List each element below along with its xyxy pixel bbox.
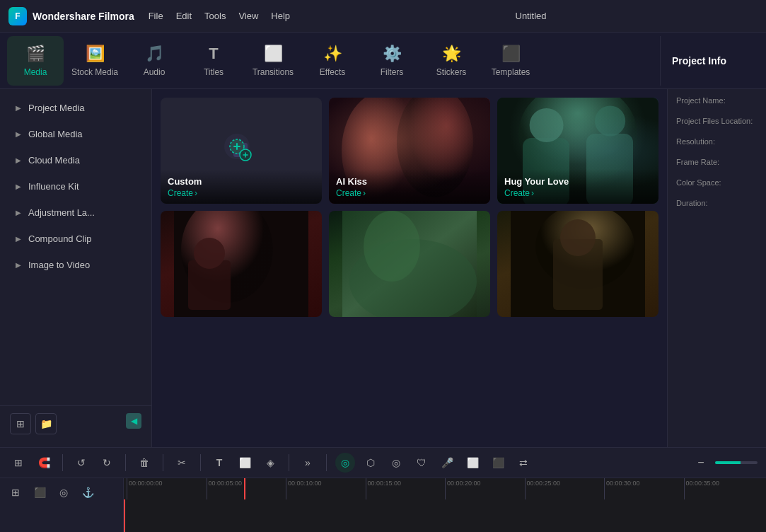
ai-kiss-link[interactable]: Create › <box>336 188 483 198</box>
sidebar-toggle-btn[interactable]: ◀ <box>126 413 141 429</box>
tab-titles[interactable]: T Titles <box>185 36 242 86</box>
sidebar-item-cloud-media[interactable]: ▶ Cloud Media <box>4 148 147 173</box>
media-card-row2-2[interactable] <box>329 211 490 317</box>
media-grid: Custom Create › <box>161 98 658 317</box>
toolbar-separator-5 <box>289 454 289 471</box>
resolution-row: Resolution: <box>676 137 758 148</box>
tab-templates[interactable]: ⬛ Templates <box>482 36 539 86</box>
card2-2-svg <box>329 211 490 317</box>
timeline-cut-btn[interactable]: ✂ <box>172 453 192 473</box>
zoom-out-btn[interactable]: − <box>691 453 711 473</box>
timeline-mic-btn[interactable]: 🎤 <box>437 453 457 473</box>
toolbar-separator-6 <box>326 454 327 471</box>
sidebar-label-global-media: Global Media <box>28 129 83 139</box>
tab-stock-media[interactable]: 🖼️ Stock Media <box>66 36 123 86</box>
tab-effects-label: Effects <box>320 67 345 77</box>
chevron-icon: ▶ <box>16 130 21 138</box>
timeline-redo-btn[interactable]: ↻ <box>97 453 117 473</box>
tab-stickers[interactable]: 🌟 Stickers <box>423 36 480 86</box>
timeline-magnet-btn[interactable]: 🧲 <box>34 453 54 473</box>
timeline-speed-btn[interactable]: » <box>298 453 318 473</box>
sidebar-item-adjustment-la[interactable]: ▶ Adjustment La... <box>4 200 147 225</box>
top-bar: F Wondershare Filmora File Edit Tools Vi… <box>0 0 766 33</box>
sidebar-item-image-to-video[interactable]: ▶ Image to Video <box>4 253 147 277</box>
app-logo: F Wondershare Filmora <box>8 7 134 25</box>
hug-link[interactable]: Create › <box>504 188 651 198</box>
timeline-crop-btn[interactable]: ⬜ <box>235 453 255 473</box>
timeline-shield-btn[interactable]: 🛡 <box>412 453 431 473</box>
timeline-delete-btn[interactable]: 🗑 <box>134 453 154 473</box>
add-track-btn[interactable]: ⊞ <box>6 482 25 502</box>
templates-icon: ⬛ <box>501 45 521 63</box>
media-card-row2-1[interactable] <box>161 211 322 317</box>
sidebar-item-global-media[interactable]: ▶ Global Media <box>4 122 147 146</box>
audio-icon: 🎵 <box>145 45 164 63</box>
custom-card-overlay: Custom Create › <box>161 169 322 204</box>
toolbar-separator-4 <box>200 454 201 471</box>
timeline-captions-btn[interactable]: ⬜ <box>463 453 482 473</box>
chevron-icon: ▶ <box>16 183 21 190</box>
timeline-text-btn[interactable]: T <box>209 453 229 473</box>
color-space-label: Color Space: <box>676 178 758 187</box>
sidebar-item-compound-clip[interactable]: ▶ Compound Clip <box>4 226 147 251</box>
timeline-scene-btn[interactable]: ⬛ <box>488 453 508 473</box>
sidebar-label-image-to-video: Image to Video <box>28 260 90 270</box>
timeline-toolbar: ⊞ 🧲 ↺ ↻ 🗑 ✂ T ⬜ ◈ » ◎ ⬡ ◎ 🛡 🎤 ⬜ ⬛ ⇄ − <box>0 448 766 478</box>
tab-effects[interactable]: ✨ Effects <box>304 36 361 86</box>
sidebar-item-influence-kit[interactable]: ▶ Influence Kit <box>4 174 147 199</box>
stickers-icon: 🌟 <box>442 45 461 63</box>
window-title: Untitled <box>304 11 758 21</box>
track-layout-btn[interactable]: ⬛ <box>30 482 50 502</box>
duration-row: Duration: <box>676 199 758 209</box>
duration-label: Duration: <box>676 199 758 207</box>
ai-kiss-overlay: AI Kiss Create › <box>329 169 490 204</box>
ruler-mark-7: 00:00:35:00 <box>684 478 764 499</box>
media-card-row2-3[interactable] <box>497 211 658 317</box>
timeline-swap-btn[interactable]: ⇄ <box>513 453 533 473</box>
svg-point-19 <box>364 211 420 282</box>
ruler-mark-0: 00:00:00:00 <box>127 478 207 499</box>
effects-icon: ✨ <box>323 45 342 63</box>
timeline-mask-btn[interactable]: ◈ <box>260 453 280 473</box>
folder-btn[interactable]: 📁 <box>35 413 57 434</box>
content-area: Custom Create › <box>152 89 667 447</box>
right-panel: Project Name: Project Files Location: Re… <box>667 89 766 447</box>
tab-audio[interactable]: 🎵 Audio <box>126 36 182 86</box>
ai-kiss-title: AI Kiss <box>336 176 483 187</box>
tab-media[interactable]: 🎬 Media <box>7 36 64 86</box>
chevron-icon: ▶ <box>16 261 21 269</box>
timeline-ruler: 00:00:00:00 00:00:05:00 00:00:10:00 00:0… <box>124 478 766 499</box>
card2-1-image <box>161 211 322 317</box>
zoom-slider[interactable] <box>715 461 758 464</box>
project-info-tab[interactable]: Project Info <box>660 36 759 86</box>
timeline-playhead[interactable] <box>244 478 245 499</box>
timeline-layout-btn[interactable]: ⊞ <box>8 453 28 473</box>
zoom-controls: − <box>691 453 758 473</box>
menu-edit[interactable]: Edit <box>176 11 192 21</box>
timeline-clip-btn[interactable]: ⬡ <box>361 453 381 473</box>
tab-filters[interactable]: ⚙️ Filters <box>364 36 420 86</box>
ruler-mark-4: 00:00:20:00 <box>445 478 525 499</box>
menu-help[interactable]: Help <box>271 11 290 21</box>
media-icon: 🎬 <box>26 45 45 63</box>
import-btn[interactable]: ⊞ <box>10 413 31 434</box>
timeline-face-btn[interactable]: ◎ <box>335 453 355 473</box>
media-card-ai-kiss[interactable]: AI Kiss Create › <box>329 98 490 204</box>
custom-card-link[interactable]: Create › <box>168 188 315 198</box>
ruler-marks: 00:00:00:00 00:00:05:00 00:00:10:00 00:0… <box>127 478 763 499</box>
tab-transitions[interactable]: ⬜ Transitions <box>245 36 301 86</box>
menu-tools[interactable]: Tools <box>204 11 226 21</box>
sidebar-item-project-media[interactable]: ▶ Project Media <box>4 96 147 120</box>
project-info-title: Project Info <box>672 55 726 66</box>
media-card-hug[interactable]: Hug Your Love Create › <box>497 98 658 204</box>
timeline-undo-btn[interactable]: ↺ <box>71 453 91 473</box>
menu-file[interactable]: File <box>149 11 163 21</box>
transitions-icon: ⬜ <box>264 45 283 63</box>
frame-rate-label: Frame Rate: <box>676 158 758 166</box>
media-card-custom[interactable]: Custom Create › <box>161 98 322 204</box>
track-eye-btn[interactable]: ◎ <box>54 482 74 502</box>
timeline-motion-btn[interactable]: ◎ <box>386 453 406 473</box>
track-anchor-btn[interactable]: ⚓ <box>78 482 98 502</box>
ruler-mark-2: 00:00:10:00 <box>286 478 366 499</box>
menu-view[interactable]: View <box>238 11 258 21</box>
